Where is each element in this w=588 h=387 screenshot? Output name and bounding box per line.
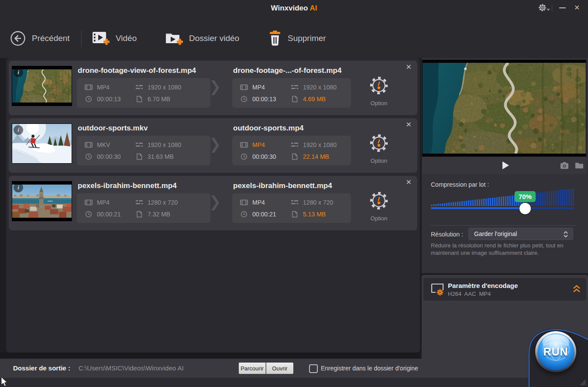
encoding-settings-bar[interactable]: Paramètre d'encodage H264 AAC MP4 [423,278,586,301]
format-icon [85,141,93,148]
dropdown-updown-icon [562,230,569,238]
resolution-note: Réduire la résolution rend le fichier pl… [431,242,583,257]
compression-slider-bars [431,188,574,206]
filesize-icon [135,153,143,160]
source-format: MKV [97,141,110,148]
duration-icon [240,211,248,218]
video-thumbnail[interactable]: i [12,181,72,221]
duration-icon [85,153,93,160]
run-button[interactable]: RUN [535,331,576,372]
option-label: Option [365,100,393,106]
file-row: i pexels-ibrahim-bennett.mp4 MP4 1280 x … [9,176,417,230]
resolution-label: Résolution : [431,231,463,238]
separator [430,225,577,226]
close-button[interactable]: ✕ [574,3,580,12]
resolution-icon [135,141,143,148]
minimize-button[interactable] [559,7,566,8]
open-button[interactable]: Ouvrir [266,363,293,374]
back-button[interactable]: Précédent [10,30,70,47]
output-size: 4.69 MB [303,96,326,103]
format-icon [240,141,248,148]
source-duration: 00:00:13 [97,96,121,103]
filesize-icon [135,96,143,103]
resize-grip[interactable] [580,380,587,386]
arrow-right-icon [211,80,219,95]
option-gear-icon [368,75,390,96]
format-icon [85,84,93,91]
output-info-box: MP4 1920 x 1080 00:00:13 4.69 MB [232,78,351,108]
output-file-name: outdoor-sports.mp4 [233,124,304,133]
arrow-right-icon [211,138,219,153]
info-icon[interactable]: i [14,183,23,192]
filesize-icon [291,153,299,160]
output-format: MP4 [252,141,265,148]
delete-button[interactable]: Supprimer [268,30,326,46]
settings-gear-icon[interactable] [538,3,547,12]
play-button[interactable] [502,161,509,169]
file-row: i drone-footage-view-of-forest.mp4 MP4 1… [9,61,417,115]
add-video-folder-button[interactable]: Dossier vidéo [165,31,239,46]
source-duration: 00:00:21 [97,211,121,218]
output-file-name: drone-footage-...-of-forest.mp4 [233,66,341,75]
output-file-name: pexels-ibrahim-bennett.mp4 [233,182,332,190]
option-button[interactable]: Option [365,190,393,222]
video-thumbnail[interactable]: i [12,123,72,164]
filesize-icon [291,211,299,218]
toolbar-separator [81,31,82,47]
save-origin-checkbox[interactable] [309,364,318,373]
video-preview[interactable] [422,60,586,157]
resolution-icon [291,199,299,206]
collapse-chevrons-icon[interactable] [572,284,581,293]
mouse-cursor [0,377,8,387]
source-resolution: 1920 x 1080 [148,84,181,91]
remove-file-button[interactable]: ✕ [406,120,412,129]
resolution-icon [135,84,143,91]
output-resolution: 1280 x 720 [303,199,333,206]
slider-knob[interactable] [519,203,531,214]
settings-caret-icon[interactable] [547,9,550,11]
source-file-name: pexels-ibrahim-bennett.mp4 [78,182,177,190]
output-format: MP4 [252,84,265,91]
snapshot-camera-icon[interactable] [560,161,569,169]
resolution-value: Garder l'original [469,230,517,237]
source-size: 7.32 MB [148,211,170,218]
source-size: 31.63 MB [148,153,174,160]
bottom-gap [0,353,420,359]
remove-file-button[interactable]: ✕ [406,63,412,71]
save-origin-label: Enregistrer dans le dossier d'origine [321,365,418,372]
run-label: RUN [543,346,568,358]
trash-icon [268,30,282,46]
source-size: 6.70 MB [148,96,170,103]
format-icon [240,84,248,91]
slider-track-remaining[interactable] [525,207,574,209]
compression-label: Compression par lot : [431,181,489,188]
remove-file-button[interactable]: ✕ [406,178,412,186]
format-icon [85,199,93,206]
option-button[interactable]: Option [365,75,393,106]
file-row: i outdoor-sports.mkv MKV 1920 x 1080 00:… [9,118,417,173]
duration-icon [85,211,93,218]
filesize-icon [291,96,299,103]
info-icon[interactable]: i [14,125,23,135]
output-folder-bar: Dossier de sortie : C:\Users\MSIC\Videos… [0,359,588,378]
source-info-box: MKV 1920 x 1080 00:00:30 31.63 MB [77,136,210,165]
compression-percent-badge: 70% [515,191,536,202]
preview-controls-bar [422,157,586,174]
browse-button[interactable]: Parcourir [239,363,266,374]
option-button[interactable]: Option [365,132,393,164]
source-format: MP4 [97,84,110,91]
video-thumbnail[interactable]: i [12,66,72,106]
duration-icon [85,96,93,103]
app-title: Winxvideo AI [0,4,588,13]
encoding-codecs: H264 AAC MP4 [448,291,491,297]
source-resolution: 1280 x 720 [148,199,178,206]
open-folder-icon[interactable] [575,161,584,169]
source-file-name: drone-footage-view-of-forest.mp4 [78,66,196,75]
duration-icon [240,153,248,160]
add-video-button[interactable]: Vidéo [92,31,137,46]
resolution-icon [135,199,143,206]
info-icon[interactable]: i [14,68,23,77]
resolution-dropdown[interactable]: Garder l'original [468,228,573,240]
preview-image [423,63,586,154]
resolution-icon [291,84,299,91]
